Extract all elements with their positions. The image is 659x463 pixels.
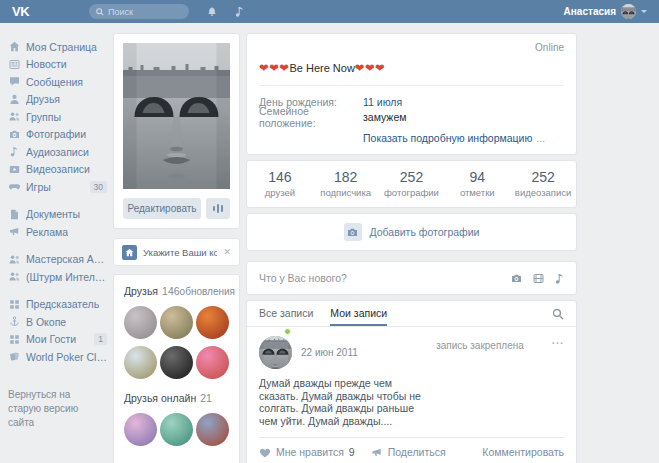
sidebar-item-label: Сообщения	[26, 76, 83, 88]
counter-followers[interactable]: 182 подписчика	[313, 169, 379, 198]
person-icon	[8, 94, 20, 105]
birthday-value-link[interactable]: 11 июля	[363, 96, 402, 108]
left-nav: Моя Страница Новости Сообщения Друзья Гр…	[8, 33, 107, 430]
counter-friends[interactable]: 146 друзей	[247, 169, 313, 198]
top-header: VK Анастасия	[0, 0, 659, 23]
games-count-badge: 30	[90, 181, 107, 193]
camera-icon	[8, 129, 20, 140]
music-note-icon[interactable]	[235, 6, 244, 17]
sidebar-item-audio[interactable]: Аудиозаписи	[8, 143, 107, 161]
friend-avatar[interactable]	[196, 306, 229, 339]
sidebar-item-label: (Штурм Интеллекта)	[26, 271, 107, 283]
pinned-post-label: запись закреплена	[436, 336, 524, 351]
people-icon	[8, 254, 20, 265]
comment-button[interactable]: Комментировать	[482, 446, 564, 458]
sidebar-item-group-2[interactable]: (Штурм Интеллекта)	[8, 268, 107, 286]
gamepad-icon	[8, 181, 20, 192]
post-menu-dots[interactable]: ...	[552, 336, 564, 344]
friend-avatar[interactable]	[160, 346, 193, 379]
online-status: Online	[535, 42, 564, 53]
sidebar-item-app-vokope[interactable]: В Окопе	[8, 313, 107, 331]
vk-logo[interactable]: VK	[12, 4, 29, 19]
friends-online-title[interactable]: Друзья онлайн	[124, 392, 196, 404]
add-photos-button[interactable]: Добавить фотографии	[246, 213, 577, 251]
friend-avatar[interactable]	[196, 346, 229, 379]
attach-video-icon[interactable]	[533, 273, 544, 284]
friends-updates-link[interactable]: обновления	[180, 286, 235, 297]
sidebar-item-games[interactable]: Игры 30	[8, 178, 107, 196]
bar-chart-icon	[213, 206, 216, 211]
statistics-button[interactable]	[206, 198, 230, 219]
like-button[interactable]: Мне нравится 9	[259, 446, 355, 458]
wall-block: Все записи Мои записи 22 июн 2011 запись…	[246, 300, 577, 463]
house-icon	[8, 41, 20, 52]
sidebar-item-label: Видеозаписи	[26, 163, 90, 175]
search-bar[interactable]	[89, 4, 189, 19]
friends-title[interactable]: Друзья	[124, 285, 158, 297]
sidebar-item-news[interactable]: Новости	[8, 56, 107, 74]
sidebar-item-group-1[interactable]: Мастерская Ажур..	[8, 251, 107, 269]
sidebar-item-friends[interactable]: Друзья	[8, 91, 107, 109]
wall-search-icon[interactable]	[552, 308, 564, 320]
tab-all-posts[interactable]: Все записи	[259, 301, 313, 326]
people-icon	[8, 271, 20, 282]
contacts-banner: Укажите Ваши контакты ✕	[113, 238, 240, 266]
sidebar-item-documents[interactable]: Документы	[8, 206, 107, 224]
sidebar-item-label: Фотографии	[26, 128, 86, 140]
sidebar-item-videos[interactable]: Видеозаписи	[8, 161, 107, 179]
share-megaphone-icon	[371, 447, 383, 458]
wall-post: 22 июн 2011 запись закреплена ... Думай …	[247, 327, 576, 463]
profile-photo-card: Редактировать	[113, 33, 240, 229]
show-detailed-info-link[interactable]: Показать подробную информацию...	[363, 132, 564, 144]
post-composer[interactable]: Что у Вас нового?	[246, 261, 577, 295]
sidebar-item-label: Предсказатель	[26, 298, 99, 310]
sidebar-item-app-predictor[interactable]: Предсказатель	[8, 296, 107, 314]
sidebar-item-app-poker[interactable]: World Poker Club	[8, 348, 107, 366]
counter-photos[interactable]: 252 фотографии	[379, 169, 445, 198]
like-count: 9	[349, 446, 355, 458]
counter-tags[interactable]: 94 отметки	[444, 169, 510, 198]
sidebar-item-label: Реклама	[26, 226, 68, 238]
sidebar-item-label: Мои Гости	[26, 333, 76, 345]
share-label: Поделиться	[388, 446, 446, 458]
old-version-link[interactable]: Вернуться на старую версию сайта	[8, 388, 96, 430]
profile-main-column: Online ❤❤❤Be Here Now❤❤❤ День рождения: …	[246, 33, 577, 463]
post-date[interactable]: 22 июн 2011	[301, 347, 358, 358]
chevron-down-icon	[641, 10, 647, 13]
user-name: Анастасия	[564, 6, 616, 17]
share-button[interactable]: Поделиться	[371, 446, 446, 458]
chat-bubble-icon	[8, 76, 20, 87]
tab-my-posts[interactable]: Мои записи	[330, 301, 387, 326]
contacts-banner-text[interactable]: Укажите Ваши контакты	[143, 247, 217, 258]
detail-row-relationship: Семейное положение: замужем	[259, 109, 564, 124]
friend-avatar[interactable]	[124, 346, 157, 379]
sidebar-item-my-page[interactable]: Моя Страница	[8, 38, 107, 56]
counter-videos[interactable]: 252 видеозаписи	[510, 169, 576, 198]
user-menu[interactable]: Анастасия	[564, 4, 647, 19]
sidebar-item-groups[interactable]: Группы	[8, 108, 107, 126]
sidebar-item-app-guests[interactable]: Мои Гости 1	[8, 331, 107, 349]
edit-profile-button[interactable]: Редактировать	[123, 198, 201, 219]
sidebar-item-messages[interactable]: Сообщения	[8, 73, 107, 91]
people-icon	[8, 111, 20, 122]
profile-photo[interactable]	[123, 43, 230, 189]
search-input[interactable]	[108, 7, 178, 17]
friend-avatar[interactable]	[124, 413, 157, 446]
friend-avatar[interactable]	[160, 413, 193, 446]
sidebar-item-ads[interactable]: Реклама	[8, 223, 107, 241]
notifications-bell-icon[interactable]	[207, 6, 217, 17]
attach-photo-icon[interactable]	[511, 273, 522, 284]
post-author-avatar[interactable]	[259, 336, 292, 369]
friend-avatar[interactable]	[124, 306, 157, 339]
friend-avatar[interactable]	[160, 306, 193, 339]
profile-counters: 146 друзей 182 подписчика 252 фотографии…	[246, 160, 577, 208]
composer-placeholder[interactable]: Что у Вас нового?	[259, 272, 347, 284]
close-icon[interactable]: ✕	[223, 247, 231, 257]
attach-audio-icon[interactable]	[555, 273, 564, 284]
profile-status[interactable]: ❤❤❤Be Here Now❤❤❤	[259, 61, 564, 75]
friend-avatar[interactable]	[196, 413, 229, 446]
app-grid-icon	[8, 299, 20, 310]
wall-tabs: Все записи Мои записи	[247, 301, 576, 327]
sidebar-item-photos[interactable]: Фотографии	[8, 126, 107, 144]
guests-count-badge: 1	[94, 333, 107, 345]
